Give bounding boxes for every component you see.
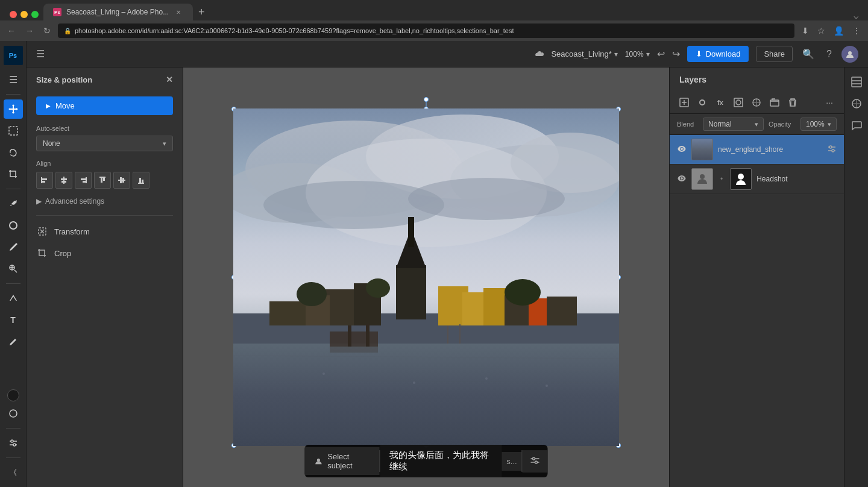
layers-panel: Layers fx xyxy=(669,68,844,487)
layers-list: new_england_shore xyxy=(670,135,844,487)
traffic-light-close[interactable] xyxy=(10,11,17,18)
layer-visibility-toggle-2[interactable] xyxy=(677,174,687,185)
svg-point-54 xyxy=(297,282,327,306)
clone-tool[interactable] xyxy=(4,259,23,278)
svg-point-2 xyxy=(10,410,17,417)
layer-item-new-england-shore[interactable]: new_england_shore xyxy=(670,135,844,165)
select-tool[interactable] xyxy=(4,121,23,140)
help-button[interactable]: ? xyxy=(824,46,834,62)
download-button[interactable]: ⬇ Download xyxy=(687,46,749,62)
browser-menu-icon[interactable]: ⋮ xyxy=(850,24,863,38)
eraser-tool[interactable] xyxy=(4,289,23,308)
delete-layer-button[interactable] xyxy=(785,95,800,110)
align-label: Align xyxy=(36,160,173,167)
download-page-icon[interactable]: ⬇ xyxy=(799,24,811,38)
crop-tool[interactable] xyxy=(4,165,23,184)
layer-visibility-toggle[interactable] xyxy=(677,144,687,156)
layer-mask-button[interactable] xyxy=(731,95,746,110)
share-button[interactable]: Share xyxy=(756,46,793,62)
align-bottom-button[interactable] xyxy=(133,172,149,189)
address-bar[interactable]: 🔒 photoshop.adobe.com/id/urn:aaid:sc:VA6… xyxy=(58,24,794,38)
new-tab-button[interactable]: + xyxy=(193,4,210,20)
hamburger-menu[interactable]: ☰ xyxy=(4,70,23,89)
svg-point-35 xyxy=(408,178,565,220)
document-name[interactable]: Seacoast_Living* ▾ xyxy=(551,49,617,58)
shape-tool[interactable] xyxy=(4,404,23,423)
tab-close-button[interactable]: ✕ xyxy=(174,7,183,17)
svg-rect-13 xyxy=(61,181,66,183)
chat-panel-toggle[interactable] xyxy=(847,116,866,135)
eyedropper-tool[interactable] xyxy=(4,194,23,213)
foreground-color[interactable] xyxy=(7,389,19,401)
download-icon: ⬇ xyxy=(696,49,702,58)
traffic-light-minimize[interactable] xyxy=(20,11,28,18)
layers-panel-toggle[interactable] xyxy=(847,72,866,92)
brush-tool[interactable] xyxy=(4,237,23,257)
toolbar-separator-1 xyxy=(6,94,20,95)
back-button[interactable]: ← xyxy=(5,24,18,38)
auto-select-dropdown[interactable]: None ▾ xyxy=(36,136,173,151)
app-body: ☰ Seacoast_Living* ▾ 100% ▾ ↩ ↪ ⬇ Down xyxy=(27,41,868,487)
advanced-settings-toggle[interactable]: ▶ Advanced settings xyxy=(36,197,173,206)
svg-point-70 xyxy=(533,457,535,460)
layer-thumbnail-1 xyxy=(691,139,713,160)
reload-button[interactable]: ↻ xyxy=(41,24,53,38)
account-icon[interactable]: 👤 xyxy=(831,24,846,38)
svg-rect-25 xyxy=(142,180,143,183)
canvas-image xyxy=(233,108,619,446)
align-buttons xyxy=(36,172,173,189)
lasso-tool[interactable] xyxy=(4,143,23,162)
toolbar-separator-5 xyxy=(6,457,20,458)
crop-item[interactable]: Crop xyxy=(36,242,173,264)
layers-more-button[interactable]: ··· xyxy=(822,95,837,110)
layer-effects-button[interactable] xyxy=(695,95,709,110)
user-avatar[interactable] xyxy=(841,46,858,63)
select-subject-button[interactable]: Select subject xyxy=(305,447,380,475)
align-left-button[interactable] xyxy=(36,172,53,189)
healing-tool[interactable] xyxy=(4,216,23,235)
adjustments-panel-toggle[interactable] xyxy=(847,94,866,113)
rotate-handle[interactable] xyxy=(424,97,429,102)
collapse-toolbar[interactable]: 《 xyxy=(4,463,23,482)
cloud-status[interactable] xyxy=(534,49,544,59)
undo-button[interactable]: ↩ xyxy=(657,48,665,60)
layer-fx-button[interactable]: fx xyxy=(713,95,728,110)
opacity-dropdown[interactable]: 100% ▾ xyxy=(800,118,837,131)
layer-group-button[interactable] xyxy=(767,95,782,110)
svg-rect-10 xyxy=(42,181,45,183)
svg-rect-53 xyxy=(547,297,577,325)
align-right-button[interactable] xyxy=(75,172,92,189)
adjustment-layer-button[interactable] xyxy=(749,95,764,110)
zoom-control[interactable]: 100% ▾ xyxy=(625,50,650,58)
forward-button[interactable]: → xyxy=(23,24,36,38)
traffic-light-fullscreen[interactable] xyxy=(31,11,39,18)
app-menu-button[interactable]: ☰ xyxy=(36,48,45,60)
new-layer-button[interactable] xyxy=(677,95,691,110)
align-center-v-button[interactable] xyxy=(113,172,130,189)
adjustments-tool[interactable] xyxy=(4,433,23,453)
align-center-h-button[interactable] xyxy=(55,172,72,189)
layer-chain-icon: • xyxy=(718,175,725,183)
layer-settings-button-1[interactable] xyxy=(827,144,837,156)
svg-point-83 xyxy=(700,174,705,179)
move-tool[interactable] xyxy=(4,99,23,119)
layer-item-headshot[interactable]: • Headshot xyxy=(670,165,844,194)
panel-close-button[interactable]: ✕ xyxy=(166,75,173,84)
search-button[interactable]: 🔍 xyxy=(800,46,817,62)
redo-button[interactable]: ↪ xyxy=(672,48,680,60)
text-tool[interactable]: T xyxy=(4,310,23,330)
transform-item[interactable]: Transform xyxy=(36,221,173,242)
svg-rect-12 xyxy=(61,178,67,180)
canvas-wrapper xyxy=(233,108,619,446)
pen-tool[interactable] xyxy=(4,332,23,351)
layer-mask-thumbnail xyxy=(730,168,752,190)
blend-mode-dropdown[interactable]: Normal ▾ xyxy=(703,118,764,131)
bookmark-icon[interactable]: ☆ xyxy=(815,24,828,38)
bottom-bar-settings-button[interactable] xyxy=(523,450,548,473)
svg-point-5 xyxy=(11,440,13,442)
layer-name-1: new_england_shore xyxy=(718,145,822,154)
align-top-button[interactable] xyxy=(94,172,111,189)
browser-more-button[interactable]: ⌵ xyxy=(854,11,858,20)
browser-tab-active[interactable]: Ps Seacoast_Living – Adobe Pho... ✕ xyxy=(43,4,193,20)
move-button[interactable]: ▶ Move xyxy=(36,96,173,115)
